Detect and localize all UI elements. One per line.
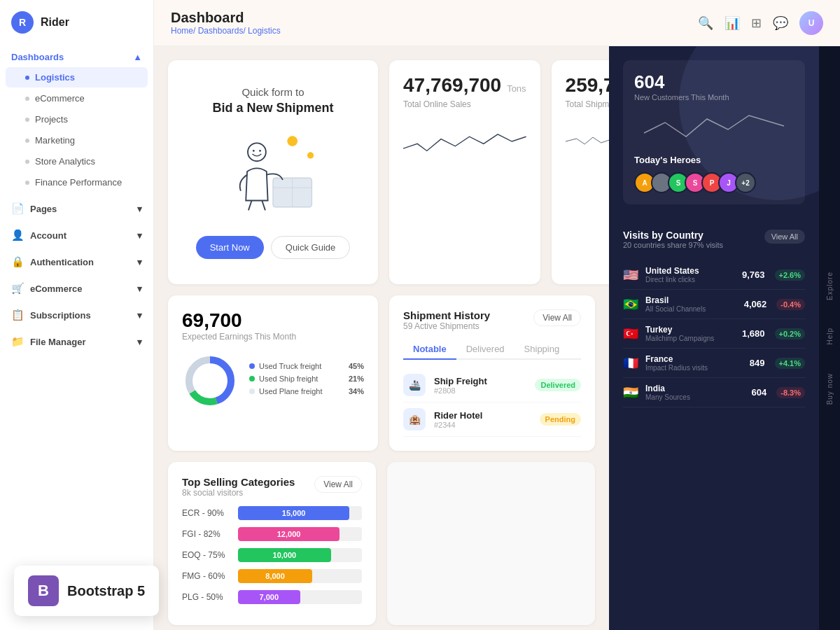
ship-id: #2344 (434, 421, 531, 429)
cat-row-plg: PLG - 50% 7,000 (182, 590, 362, 604)
country-count: 4,062 (744, 299, 767, 309)
earnings-label: Expected Earnings This Month (182, 332, 364, 342)
right-top-cards: 604 New Customers This Month Today's Her… (609, 46, 819, 218)
cat-label: ECR - 90% (182, 508, 231, 518)
quick-guide-button[interactable]: Quick Guide (271, 236, 351, 259)
categories-card: Top Selling Categories 8k social visitor… (168, 462, 376, 625)
top-row: Quick form to Bid a New Shipment (168, 60, 595, 284)
dashboards-label[interactable]: Dashboards ▲ (0, 48, 153, 66)
grid-icon[interactable]: ⊞ (751, 15, 762, 31)
sidebar-item-projects[interactable]: Projects (6, 109, 148, 130)
subscriptions-label[interactable]: 📋 Subscriptions ▾ (0, 304, 153, 326)
subscriptions-group: 📋 Subscriptions ▾ (0, 304, 153, 326)
header-left: Dashboard Home/ Dashboards/ Logistics (171, 10, 281, 36)
fr-flag: 🇫🇷 (623, 356, 640, 371)
sidebar-item-finance-performance[interactable]: Finance Performance (6, 172, 148, 192)
donut-chart (182, 353, 238, 409)
legend-item-truck: Used Truck freight 45% (249, 362, 364, 370)
start-now-button[interactable]: Start Now (196, 236, 264, 259)
legend-item-plane: Used Plane freight 34% (249, 387, 364, 396)
country-count: 604 (752, 387, 767, 398)
mid-row: 69,700 Expected Earnings This Month (168, 295, 595, 451)
ship-dot (249, 376, 255, 382)
authentication-group: 🔒 Authentication ▾ (0, 251, 153, 272)
file-manager-group: 📁 File Manager ▾ (0, 331, 153, 352)
buy-now-label[interactable]: Buy now (826, 373, 834, 405)
account-label[interactable]: 👤 Account ▾ (0, 225, 153, 246)
cat-row-eoq: EOQ - 75% 10,000 (182, 548, 362, 562)
total-sales-label: Total Online Sales (403, 99, 526, 109)
sparkline-svg (403, 120, 526, 162)
dashboards-group: Dashboards ▲ Logistics eCommerce Project… (0, 48, 153, 192)
total-shipments-label: Total Shipments (566, 99, 609, 109)
logo[interactable]: R Rider (0, 11, 153, 48)
sidebar-item-store-analytics[interactable]: Store Analytics (6, 151, 148, 172)
country-name: Turkey (645, 325, 736, 335)
country-change: +4.1% (775, 358, 806, 369)
message-icon[interactable]: 💬 (773, 15, 788, 31)
svg-line-6 (248, 200, 252, 210)
cat-bar: 10,000 (238, 548, 331, 562)
total-shipments-value: 259,786 (566, 74, 609, 97)
ship-freight-icon: 🚢 (403, 374, 426, 396)
bootstrap-text: Bootstrap 5 (67, 583, 145, 599)
explore-label[interactable]: Explore (826, 272, 834, 300)
chevron-down-icon: ▾ (137, 310, 142, 321)
country-source: Direct link clicks (645, 276, 736, 284)
tab-delivered[interactable]: Delivered (456, 340, 514, 360)
quick-form-subtitle: Quick form to (241, 86, 304, 98)
help-label[interactable]: Help (826, 328, 834, 345)
earnings-value: 69,700 (182, 309, 364, 332)
shipment-header: Shipment History 59 Active Shipments Vie… (403, 309, 581, 331)
cat-title: Top Selling Categories (182, 476, 295, 488)
country-name: United States (645, 266, 736, 276)
sidebar-item-logistics[interactable]: Logistics (6, 67, 148, 88)
tab-notable[interactable]: Notable (403, 340, 456, 360)
shipment-history-card: Shipment History 59 Active Shipments Vie… (389, 295, 595, 451)
country-row-us: 🇺🇸 United States Direct link clicks 9,76… (623, 260, 805, 290)
sidebar-item-marketing[interactable]: Marketing (6, 130, 148, 150)
countries-view-all[interactable]: View All (764, 230, 805, 244)
tab-shipping[interactable]: Shipping (514, 340, 570, 360)
shipments-sparkline (566, 120, 609, 165)
logo-icon: R (11, 11, 34, 34)
status-badge: Delivered (535, 379, 581, 391)
pages-label[interactable]: 📄 Pages ▾ (0, 198, 153, 219)
countries-section: Visits by Country 20 countries share 97%… (609, 218, 819, 630)
customers-label: New Customers This Month (634, 93, 794, 102)
categories-header: Top Selling Categories 8k social visitor… (182, 476, 362, 498)
table-row: 🏨 Rider Hotel #2344 Pending (403, 402, 581, 437)
shipment-tabs: Notable Delivered Shipping (403, 340, 581, 360)
search-icon[interactable]: 🔍 (698, 15, 713, 31)
status-badge: Pending (540, 413, 581, 426)
svg-point-5 (248, 143, 266, 161)
shipment-view-all[interactable]: View All (533, 309, 581, 326)
chart-icon[interactable]: 📊 (724, 15, 740, 31)
country-count: 9,763 (742, 270, 765, 280)
dot-icon (25, 139, 29, 143)
cat-row-fmg: FMG - 60% 8,000 (182, 569, 362, 583)
cat-bar: 15,000 (238, 506, 349, 520)
earnings-card: 69,700 Expected Earnings This Month (168, 295, 378, 451)
dark-customers-card: 604 New Customers This Month Today's Her… (623, 60, 805, 204)
country-name: Brasil (645, 295, 738, 305)
table-row: 🚢 Ship Freight #2808 Delivered (403, 368, 581, 402)
header-right: 🔍 📊 ⊞ 💬 U (698, 11, 823, 35)
file-manager-label[interactable]: 📁 File Manager ▾ (0, 331, 153, 352)
avatar[interactable]: U (799, 11, 823, 35)
cat-bar: 12,000 (238, 527, 340, 541)
authentication-label[interactable]: 🔒 Authentication ▾ (0, 251, 153, 272)
sales-sparkline (403, 120, 526, 165)
chevron-down-icon: ▾ (137, 230, 142, 241)
right-panel: 604 New Customers This Month Today's Her… (609, 46, 819, 630)
categories-view-all[interactable]: View All (314, 476, 362, 493)
sidebar-item-ecommerce[interactable]: eCommerce (6, 88, 148, 108)
country-row-in: 🇮🇳 India Many Sources 604 -8.3% (623, 378, 805, 407)
us-flag: 🇺🇸 (623, 267, 640, 283)
svg-point-9 (259, 150, 261, 152)
ecommerce-sidebar-label[interactable]: 🛒 eCommerce ▾ (0, 278, 153, 299)
illustration (217, 130, 329, 214)
chevron-up-icon: ▲ (133, 52, 142, 62)
in-flag: 🇮🇳 (623, 385, 640, 400)
cat-row-fgi: FGI - 82% 12,000 (182, 527, 362, 541)
